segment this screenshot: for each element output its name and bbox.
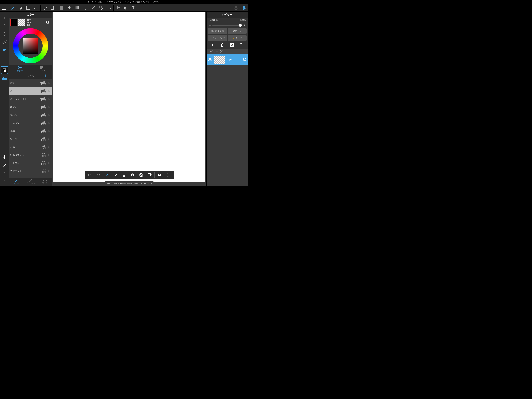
image-layer-button[interactable] xyxy=(230,43,234,47)
brush-item[interactable]: 水彩 50px7% xyxy=(9,143,52,151)
materials-button[interactable] xyxy=(232,4,240,12)
color-tab-palette[interactable]: パレット xyxy=(31,65,52,73)
brush-gear-icon[interactable] xyxy=(47,129,51,133)
svg-rect-28 xyxy=(19,67,21,68)
eraser-tool-button[interactable] xyxy=(17,4,24,12)
shape-tool-button[interactable] xyxy=(24,4,32,12)
left-sliders-icon[interactable] xyxy=(1,74,8,82)
select-brush-button[interactable] xyxy=(97,4,105,12)
opacity-plus[interactable]: + xyxy=(243,24,246,27)
left-tag-icon[interactable] xyxy=(1,46,8,54)
brush-gear-icon[interactable] xyxy=(47,145,51,149)
layer-visibility-icon[interactable] xyxy=(208,58,214,61)
gradient-tool-button[interactable] xyxy=(73,4,81,12)
brush-tool-button[interactable] xyxy=(9,4,17,12)
brush-item[interactable]: ペン 9.1px100% xyxy=(9,87,52,95)
svg-rect-4 xyxy=(51,7,53,9)
clipping-button[interactable]: ⤶クリッピング xyxy=(208,35,227,41)
move-tool-button[interactable] xyxy=(41,4,49,12)
fullscreen-button[interactable] xyxy=(155,171,164,179)
brush-gear-icon[interactable] xyxy=(47,161,51,165)
rotate-reset-button[interactable] xyxy=(137,171,146,179)
brush-item[interactable]: Gペン 9.6px100% xyxy=(9,103,52,111)
brush-gear-icon[interactable] xyxy=(47,121,51,125)
brush-item[interactable]: アクリル 100px100% xyxy=(9,159,52,167)
select-eraser-button[interactable] xyxy=(105,4,113,12)
svg-point-66 xyxy=(209,59,210,60)
brush-item[interactable]: ペン（入り抜き） 10.0px100% xyxy=(9,95,52,103)
dots-tool-button[interactable] xyxy=(32,4,40,12)
undo-button[interactable] xyxy=(85,171,94,179)
color-settings-button[interactable] xyxy=(45,20,50,25)
left-ruler-icon[interactable] xyxy=(1,38,8,46)
brush-gear-icon[interactable] xyxy=(47,97,51,101)
svg-point-39 xyxy=(48,162,50,164)
eyedropper-quick-button[interactable] xyxy=(111,171,120,179)
add-layer-button[interactable] xyxy=(211,43,215,47)
lock-button[interactable]: 🔒ロック xyxy=(228,35,247,41)
save-button[interactable] xyxy=(120,171,128,179)
frame-divide-button[interactable] xyxy=(114,4,122,12)
brush-item[interactable]: 鉛筆 13.3px100% xyxy=(9,79,52,87)
left-eyedropper-icon[interactable] xyxy=(1,161,8,169)
brush-item[interactable]: 点描 50px100% xyxy=(9,127,52,135)
protect-alpha-button[interactable]: 透明度を保護 xyxy=(208,28,227,34)
left-color-icon[interactable] xyxy=(1,66,8,74)
left-hand-icon[interactable] xyxy=(1,153,8,161)
redo-button[interactable] xyxy=(94,171,103,179)
layer-item[interactable]: Layer1 xyxy=(207,54,248,65)
left-selection-icon[interactable] xyxy=(1,22,8,30)
grid-button[interactable] xyxy=(165,171,173,179)
cursor-tool-button[interactable] xyxy=(122,4,129,12)
flip-button[interactable] xyxy=(128,171,137,179)
foreground-swatch[interactable] xyxy=(10,19,17,26)
brush-item[interactable]: エアブラシ 171px10% xyxy=(9,167,52,175)
layers-toggle-button[interactable] xyxy=(240,4,248,12)
svg-point-19 xyxy=(3,32,6,35)
left-undo-icon[interactable] xyxy=(1,178,8,186)
background-swatch[interactable] xyxy=(18,19,25,26)
canvas[interactable] xyxy=(53,12,205,182)
more-layer-button[interactable] xyxy=(240,43,244,47)
brush-gear-icon[interactable] xyxy=(47,105,51,109)
text-tool-button[interactable]: T xyxy=(129,4,137,12)
sort-brush-button[interactable] xyxy=(44,74,52,78)
add-brush-button[interactable]: + xyxy=(9,73,17,79)
svg-point-67 xyxy=(244,59,245,60)
blend-mode-button[interactable]: 通常› xyxy=(228,28,247,34)
svg-point-30 xyxy=(48,90,50,92)
left-redo-icon[interactable] xyxy=(1,169,8,177)
bucket-tool-button[interactable] xyxy=(65,4,73,12)
brush-gear-icon[interactable] xyxy=(47,169,51,173)
opacity-slider[interactable] xyxy=(212,25,242,26)
left-document-icon[interactable] xyxy=(1,14,8,21)
brush-gear-icon[interactable] xyxy=(47,137,51,141)
brush-item[interactable]: 筆（墨） 18px100% xyxy=(9,135,52,143)
brush-item[interactable]: ふちペン 59px100% xyxy=(9,119,52,127)
color-tab-color[interactable]: カラー xyxy=(9,65,31,73)
rgb-readout: R:0 G:0 B:0 xyxy=(27,19,31,26)
brush-item[interactable]: 丸ペン 15px100% xyxy=(9,111,52,119)
brush-quick-button[interactable] xyxy=(103,171,111,179)
svg-rect-13 xyxy=(116,6,117,9)
brush-tab-settings[interactable]: ブラシ設定 xyxy=(23,178,38,186)
left-rotate-icon[interactable] xyxy=(1,30,8,38)
brush-gear-icon[interactable] xyxy=(47,113,51,117)
svg-point-47 xyxy=(105,174,106,175)
select-rect-button[interactable] xyxy=(82,4,89,12)
brush-gear-icon[interactable] xyxy=(47,153,51,157)
magic-wand-button[interactable] xyxy=(89,4,97,12)
menu-button[interactable] xyxy=(0,4,8,12)
delete-layer-button[interactable] xyxy=(221,43,224,47)
brush-item[interactable]: 水彩（ウェット） 100px10% xyxy=(9,151,52,159)
layer-settings-button[interactable] xyxy=(242,58,247,62)
brush-tab-other[interactable]: その他 xyxy=(38,178,52,186)
opacity-minus[interactable]: − xyxy=(208,24,212,27)
fill-tool-button[interactable] xyxy=(57,4,65,12)
edit-button[interactable] xyxy=(146,171,154,179)
color-wheel[interactable] xyxy=(13,28,48,63)
brush-gear-icon[interactable] xyxy=(47,90,51,93)
transform-tool-button[interactable] xyxy=(49,4,57,12)
brush-tab-brush[interactable]: ブラシ xyxy=(9,178,23,186)
brush-gear-icon[interactable] xyxy=(47,81,51,85)
